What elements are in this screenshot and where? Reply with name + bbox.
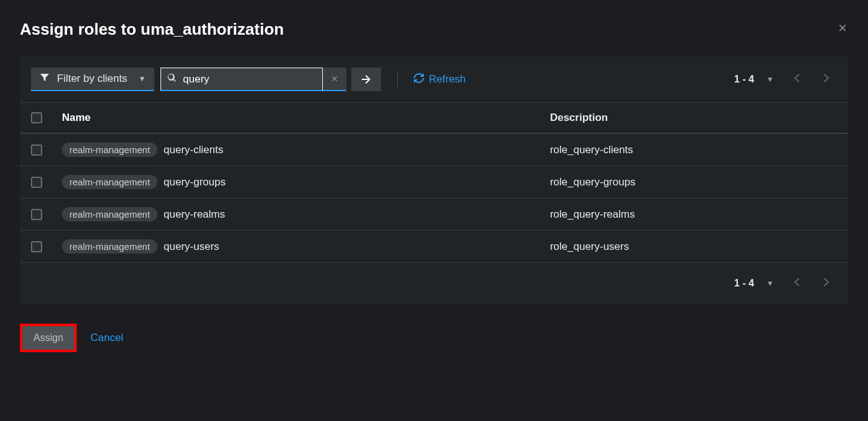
- divider: [397, 71, 398, 88]
- cancel-button[interactable]: Cancel: [90, 332, 123, 344]
- roles-table: Name Description realm-management query-…: [20, 102, 848, 304]
- table-row[interactable]: realm-management query-clients role_quer…: [20, 133, 848, 166]
- search-group: [160, 68, 381, 91]
- search-box[interactable]: [160, 68, 323, 91]
- row-checkbox[interactable]: [31, 177, 42, 188]
- filter-icon: [40, 73, 50, 86]
- filter-label: Filter by clients: [57, 73, 127, 85]
- filter-dropdown[interactable]: Filter by clients ▼: [31, 68, 154, 91]
- role-description: role_query-groups: [550, 176, 837, 188]
- refresh-icon: [414, 73, 424, 86]
- table-header: Name Description: [20, 102, 848, 133]
- pagination-bottom: 1 - 4 ▼: [734, 278, 837, 289]
- row-checkbox[interactable]: [31, 144, 42, 156]
- modal-title: Assign roles to uma_authorization: [20, 20, 284, 39]
- modal-footer: Assign Cancel: [20, 324, 848, 352]
- role-name: query-users: [164, 241, 219, 253]
- assign-button[interactable]: Assign: [20, 324, 77, 352]
- header-checkbox-cell: [31, 112, 62, 123]
- close-icon[interactable]: [837, 22, 848, 37]
- clear-search-button[interactable]: [323, 68, 346, 91]
- role-description: role_query-realms: [550, 208, 837, 221]
- client-badge: realm-management: [62, 143, 157, 157]
- role-name: query-realms: [164, 208, 225, 221]
- table-row[interactable]: realm-management query-groups role_query…: [20, 166, 848, 198]
- header-description: Description: [550, 112, 837, 124]
- refresh-label: Refresh: [429, 73, 466, 86]
- content-area: Filter by clients ▼: [20, 56, 848, 304]
- search-input[interactable]: [183, 73, 316, 86]
- assign-roles-modal: Assign roles to uma_authorization Filter…: [0, 0, 868, 367]
- next-page-button[interactable]: [816, 74, 837, 85]
- previous-page-button[interactable]: [786, 278, 807, 289]
- refresh-button[interactable]: Refresh: [414, 73, 466, 86]
- role-name: query-groups: [164, 176, 226, 188]
- row-checkbox[interactable]: [31, 241, 42, 252]
- table-row[interactable]: realm-management query-users role_query-…: [20, 230, 848, 262]
- client-badge: realm-management: [62, 207, 157, 221]
- previous-page-button[interactable]: [786, 74, 807, 85]
- chevron-down-icon[interactable]: ▼: [763, 279, 778, 288]
- table-footer: 1 - 4 ▼: [20, 262, 848, 304]
- search-icon: [167, 73, 183, 85]
- pagination-range: 1 - 4: [734, 278, 754, 289]
- search-submit-button[interactable]: [351, 68, 381, 91]
- role-name: query-clients: [164, 144, 223, 156]
- chevron-down-icon: ▼: [138, 74, 146, 83]
- row-checkbox[interactable]: [31, 209, 42, 220]
- modal-header: Assign roles to uma_authorization: [20, 20, 848, 39]
- next-page-button[interactable]: [816, 278, 837, 289]
- role-description: role_query-clients: [550, 144, 837, 156]
- role-description: role_query-users: [550, 241, 837, 253]
- pagination-top: 1 - 4 ▼: [734, 74, 837, 85]
- pagination-range: 1 - 4: [734, 74, 754, 85]
- table-row[interactable]: realm-management query-realms role_query…: [20, 198, 848, 230]
- client-badge: realm-management: [62, 175, 157, 189]
- header-name: Name: [62, 112, 550, 124]
- chevron-down-icon[interactable]: ▼: [763, 75, 778, 84]
- client-badge: realm-management: [62, 239, 157, 254]
- select-all-checkbox[interactable]: [31, 112, 42, 123]
- toolbar: Filter by clients ▼: [20, 56, 848, 102]
